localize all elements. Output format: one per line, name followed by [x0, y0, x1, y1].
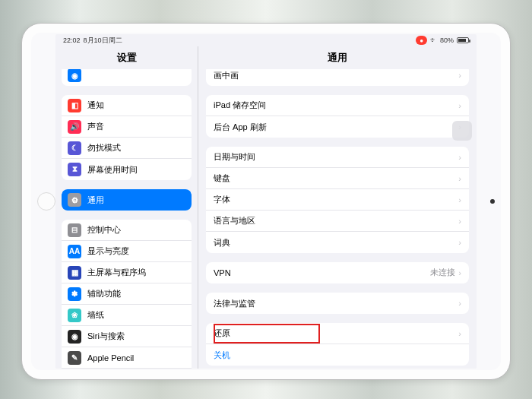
settings-row-字体[interactable]: 字体› — [206, 189, 469, 211]
ipad-frame: 22:02 8月10日周二 ● ᯤ 80% 设置 ◉◧通知🔊声音☾勿扰模式⧗屏幕… — [21, 23, 511, 380]
content-title: 通用 — [198, 46, 477, 69]
sidebar-item-label: 墙纸 — [87, 309, 184, 321]
status-date: 8月10日周二 — [84, 36, 122, 46]
Apple Pencil-icon: ✎ — [68, 351, 81, 365]
scroll-indicator[interactable] — [452, 121, 472, 141]
settings-row-关机[interactable]: 关机 — [206, 344, 469, 366]
sidebar-item-辅助功能[interactable]: ✽辅助功能 — [62, 283, 192, 305]
通用-icon: ⚙ — [68, 193, 81, 207]
general-content: 通用 画中画›iPad 储存空间›后台 App 刷新›日期与时间›键盘›字体›语… — [198, 46, 477, 369]
墙纸-icon: ❀ — [68, 309, 81, 322]
sidebar-item-label: 声音 — [87, 121, 184, 132]
row-label: 语言与地区 — [214, 215, 458, 226]
辅助功能-icon: ✽ — [68, 287, 81, 301]
sidebar-item-声音[interactable]: 🔊声音 — [62, 116, 192, 138]
status-bar: 22:02 8月10日周二 ● ᯤ 80% — [55, 34, 477, 46]
sidebar-item-Apple Pencil[interactable]: ✎Apple Pencil — [62, 347, 192, 369]
sidebar-item-label: 勿扰模式 — [87, 142, 184, 154]
sidebar-item-墙纸[interactable]: ❀墙纸 — [62, 305, 192, 326]
row-label: 法律与监管 — [214, 298, 458, 309]
sidebar-item-label: 通用 — [87, 195, 184, 206]
sidebar-item-屏幕使用时间[interactable]: ⧗屏幕使用时间 — [62, 159, 192, 180]
screen-record-pill[interactable]: ● — [416, 36, 427, 45]
row-label: 日期与时间 — [214, 151, 458, 163]
sidebar-item[interactable]: ◉ — [62, 69, 192, 86]
wifi-icon: ᯤ — [430, 36, 437, 44]
chevron-right-icon: › — [458, 268, 461, 277]
sidebar-item-主屏幕与程序坞[interactable]: ▦主屏幕与程序坞 — [62, 262, 192, 283]
settings-row-VPN[interactable]: VPN未连接› — [206, 262, 469, 283]
sidebar-title: 设置 — [55, 46, 198, 69]
sidebar-item-通知[interactable]: ◧通知 — [62, 95, 192, 116]
sidebar-scroll[interactable]: ◉◧通知🔊声音☾勿扰模式⧗屏幕使用时间⚙通用⊟控制中心AA显示与亮度▦主屏幕与程… — [55, 69, 198, 369]
chevron-right-icon: › — [458, 299, 461, 308]
home-button[interactable] — [37, 192, 55, 211]
row-label: 画中画 — [214, 70, 458, 81]
勿扰模式-icon: ☾ — [68, 141, 81, 155]
sidebar-item-label: 显示与亮度 — [87, 245, 184, 257]
battery-percent: 80% — [440, 36, 454, 44]
sidebar-item-label: 通知 — [87, 100, 184, 111]
显示与亮度-icon: AA — [68, 245, 81, 258]
chevron-right-icon: › — [458, 329, 461, 338]
app-icon: ◉ — [68, 69, 81, 82]
row-label: iPad 储存空间 — [214, 100, 458, 111]
sidebar-item-label: 主屏幕与程序坞 — [87, 267, 184, 278]
row-label: 词典 — [214, 237, 458, 249]
camera-icon — [490, 199, 495, 204]
settings-row-法律与监管[interactable]: 法律与监管› — [206, 293, 469, 314]
settings-row-键盘[interactable]: 键盘› — [206, 168, 469, 189]
settings-row-语言与地区[interactable]: 语言与地区› — [206, 211, 469, 232]
声音-icon: 🔊 — [68, 120, 81, 134]
status-time: 22:02 — [63, 36, 81, 44]
Siri与搜索-icon: ◉ — [68, 330, 81, 344]
settings-row-后台 App 刷新[interactable]: 后台 App 刷新› — [206, 116, 469, 138]
row-label: 后台 App 刷新 — [214, 122, 458, 133]
settings-row-iPad 储存空间[interactable]: iPad 储存空间› — [206, 95, 469, 116]
sidebar-item-Siri与搜索[interactable]: ◉Siri与搜索 — [62, 326, 192, 347]
chevron-right-icon: › — [458, 217, 461, 226]
sidebar-item-label: 屏幕使用时间 — [87, 164, 184, 176]
chevron-right-icon: › — [458, 153, 461, 162]
sidebar-item-勿扰模式[interactable]: ☾勿扰模式 — [62, 138, 192, 159]
row-label: 关机 — [214, 350, 461, 361]
chevron-right-icon: › — [458, 238, 461, 247]
sidebar-item-控制中心[interactable]: ⊟控制中心 — [62, 220, 192, 241]
content-scroll[interactable]: 画中画›iPad 储存空间›后台 App 刷新›日期与时间›键盘›字体›语言与地… — [198, 69, 477, 369]
settings-row-还原[interactable]: 还原› — [206, 323, 469, 344]
chevron-right-icon: › — [458, 101, 461, 110]
控制中心-icon: ⊟ — [68, 223, 81, 237]
row-label: 字体 — [214, 194, 458, 205]
screen: 22:02 8月10日周二 ● ᯤ 80% 设置 ◉◧通知🔊声音☾勿扰模式⧗屏幕… — [55, 34, 477, 369]
主屏幕与程序坞-icon: ▦ — [68, 266, 81, 280]
通知-icon: ◧ — [68, 99, 81, 112]
chevron-right-icon: › — [458, 174, 461, 183]
settings-row-词典[interactable]: 词典› — [206, 232, 469, 253]
sidebar-item-label: 辅助功能 — [87, 288, 184, 299]
sidebar-item-label: Apple Pencil — [87, 353, 184, 363]
settings-row-日期与时间[interactable]: 日期与时间› — [206, 147, 469, 168]
battery-icon — [457, 37, 469, 43]
settings-sidebar: 设置 ◉◧通知🔊声音☾勿扰模式⧗屏幕使用时间⚙通用⊟控制中心AA显示与亮度▦主屏… — [55, 46, 198, 369]
row-label: 还原 — [214, 328, 458, 339]
sidebar-item-通用[interactable]: ⚙通用 — [62, 189, 192, 211]
chevron-right-icon: › — [458, 195, 461, 204]
sidebar-item-label: 控制中心 — [87, 224, 184, 236]
settings-row-画中画[interactable]: 画中画› — [206, 69, 469, 86]
屏幕使用时间-icon: ⧗ — [68, 163, 81, 176]
sidebar-item-显示与亮度[interactable]: AA显示与亮度 — [62, 241, 192, 262]
row-label: 键盘 — [214, 173, 458, 184]
row-label: VPN — [214, 268, 430, 277]
sidebar-item-label: Siri与搜索 — [87, 331, 184, 342]
row-value: 未连接 — [430, 268, 455, 278]
chevron-right-icon: › — [458, 71, 461, 80]
